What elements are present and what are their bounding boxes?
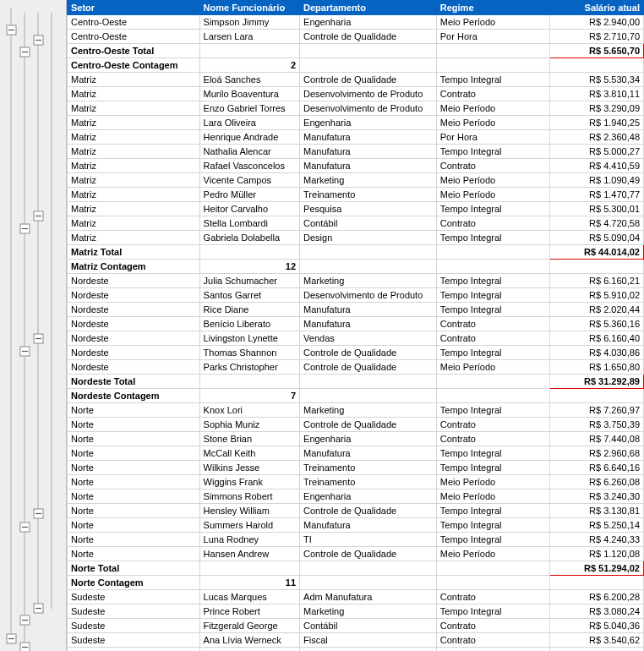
cell-dept[interactable]: Contábil — [300, 619, 437, 633]
cell-dept[interactable]: Controle de Qualidade — [300, 73, 437, 87]
cell-nome[interactable]: 7 — [199, 389, 299, 403]
cell-sal[interactable]: R$ 6.200,28 — [549, 590, 643, 604]
table-row[interactable]: Centro-Oeste TotalR$ 5.650,70 — [68, 44, 644, 58]
cell-dept[interactable]: Engenharia — [300, 116, 437, 130]
cell-setor[interactable]: Centro-Oeste Total — [68, 44, 200, 58]
cell-nome[interactable]: Santos Garret — [199, 288, 299, 303]
table-row[interactable]: NorteSummers HaroldManufaturaTempo Integ… — [68, 518, 644, 533]
table-row[interactable]: Matriz Contagem12 — [68, 260, 644, 274]
cell-sal[interactable] — [549, 576, 643, 590]
cell-reg[interactable]: Tempo Integral — [436, 231, 549, 245]
cell-nome[interactable]: Pedro Müller — [199, 188, 299, 202]
cell-dept[interactable] — [300, 58, 437, 73]
table-row[interactable]: MatrizPedro MüllerTreinamentoMeio Períod… — [68, 188, 644, 202]
cell-setor[interactable]: Norte — [68, 518, 200, 533]
cell-reg[interactable]: Contrato — [436, 590, 549, 604]
cell-dept[interactable]: Manufatura — [300, 145, 437, 159]
cell-setor[interactable]: Nordeste — [68, 303, 200, 317]
cell-nome[interactable]: Sophia Muniz — [199, 418, 299, 432]
cell-setor[interactable]: Sudeste — [68, 619, 200, 633]
cell-sal[interactable]: R$ 3.810,11 — [549, 87, 643, 101]
table-row[interactable]: SudesteStefany SilverstoneTITempo Integr… — [68, 648, 644, 652]
table-row[interactable]: MatrizLara OliveiraEngenhariaMeio Períod… — [68, 116, 644, 130]
cell-reg[interactable]: Tempo Integral — [436, 518, 549, 533]
cell-sal[interactable]: R$ 2.710,70 — [549, 30, 643, 44]
cell-nome[interactable]: Rice Diane — [199, 303, 299, 317]
cell-reg[interactable]: Contrato — [436, 331, 549, 346]
cell-reg[interactable]: Contrato — [436, 317, 549, 331]
cell-sal[interactable]: R$ 3.590,40 — [549, 648, 643, 652]
cell-reg[interactable]: Tempo Integral — [436, 73, 549, 87]
cell-sal[interactable]: R$ 3.290,09 — [549, 101, 643, 116]
cell-setor[interactable]: Centro-Oeste Contagem — [68, 58, 200, 73]
cell-nome[interactable]: Simpson Jimmy — [199, 15, 299, 30]
cell-nome[interactable]: Eloá Sanches — [199, 73, 299, 87]
table-row[interactable]: Centro-OesteSimpson JimmyEngenhariaMeio … — [68, 15, 644, 30]
cell-reg[interactable]: Contrato — [436, 619, 549, 633]
cell-setor[interactable]: Matriz — [68, 216, 200, 231]
cell-reg[interactable]: Meio Período — [436, 490, 549, 504]
cell-dept[interactable] — [300, 576, 437, 590]
cell-reg[interactable]: Tempo Integral — [436, 202, 549, 216]
cell-nome[interactable]: Summers Harold — [199, 518, 299, 533]
table-row[interactable]: Matriz TotalR$ 44.014,02 — [68, 245, 644, 260]
cell-nome[interactable]: Stone Brian — [199, 432, 299, 446]
cell-reg[interactable]: Contrato — [436, 87, 549, 101]
cell-reg[interactable]: Meio Período — [436, 188, 549, 202]
cell-nome[interactable]: Enzo Gabriel Torres — [199, 101, 299, 116]
cell-dept[interactable] — [300, 260, 437, 274]
col-setor[interactable]: Setor — [68, 1, 200, 15]
cell-sal[interactable]: R$ 4.410,59 — [549, 159, 643, 173]
table-row[interactable]: SudesteAna Lívia WerneckFiscalContratoR$… — [68, 633, 644, 648]
cell-dept[interactable]: Treinamento — [300, 188, 437, 202]
cell-setor[interactable]: Nordeste — [68, 346, 200, 360]
cell-sal[interactable]: R$ 5.650,70 — [549, 44, 643, 58]
cell-sal[interactable]: R$ 1.470,77 — [549, 188, 643, 202]
cell-dept[interactable] — [300, 375, 437, 389]
cell-nome[interactable]: Ana Lívia Werneck — [199, 633, 299, 648]
cell-reg[interactable]: Tempo Integral — [436, 533, 549, 547]
cell-nome[interactable]: Vicente Campos — [199, 173, 299, 188]
cell-sal[interactable]: R$ 2.960,68 — [549, 446, 643, 461]
cell-nome[interactable]: Nathalia Alencar — [199, 145, 299, 159]
cell-reg[interactable]: Tempo Integral — [436, 648, 549, 652]
cell-dept[interactable]: Engenharia — [300, 432, 437, 446]
cell-dept[interactable]: Fiscal — [300, 633, 437, 648]
cell-setor[interactable]: Centro-Oeste — [68, 30, 200, 44]
cell-reg[interactable] — [436, 375, 549, 389]
cell-setor[interactable]: Matriz Total — [68, 245, 200, 260]
cell-reg[interactable]: Tempo Integral — [436, 346, 549, 360]
cell-nome[interactable]: Murilo Boaventura — [199, 87, 299, 101]
cell-setor[interactable]: Nordeste Total — [68, 375, 200, 389]
cell-nome[interactable]: Luna Rodney — [199, 533, 299, 547]
cell-reg[interactable]: Contrato — [436, 216, 549, 231]
cell-dept[interactable]: Manufatura — [300, 518, 437, 533]
cell-setor[interactable]: Norte — [68, 490, 200, 504]
cell-dept[interactable]: Manufatura — [300, 317, 437, 331]
cell-dept[interactable] — [300, 561, 437, 576]
cell-nome[interactable]: Thomas Shannon — [199, 346, 299, 360]
cell-sal[interactable]: R$ 5.000,27 — [549, 145, 643, 159]
cell-reg[interactable]: Meio Período — [436, 101, 549, 116]
cell-nome[interactable]: Simmons Robert — [199, 490, 299, 504]
cell-reg[interactable]: Tempo Integral — [436, 303, 549, 317]
cell-dept[interactable]: Manufatura — [300, 130, 437, 145]
table-row[interactable]: NorteMcCall KeithManufaturaTempo Integra… — [68, 446, 644, 461]
table-row[interactable]: NorteHansen AndrewControle de QualidadeM… — [68, 547, 644, 561]
table-row[interactable]: NordesteBenício LiberatoManufaturaContra… — [68, 317, 644, 331]
cell-setor[interactable]: Matriz — [68, 188, 200, 202]
cell-setor[interactable]: Norte — [68, 533, 200, 547]
table-row[interactable]: Nordeste Contagem7 — [68, 389, 644, 403]
col-reg[interactable]: Regime — [436, 1, 549, 15]
table-row[interactable]: Centro-OesteLarsen LaraControle de Quali… — [68, 30, 644, 44]
cell-setor[interactable]: Matriz — [68, 202, 200, 216]
cell-nome[interactable] — [199, 375, 299, 389]
cell-sal[interactable] — [549, 58, 643, 73]
cell-reg[interactable]: Tempo Integral — [436, 461, 549, 475]
cell-nome[interactable]: McCall Keith — [199, 446, 299, 461]
cell-dept[interactable]: Manufatura — [300, 303, 437, 317]
cell-setor[interactable]: Sudeste — [68, 633, 200, 648]
cell-dept[interactable] — [300, 44, 437, 58]
cell-reg[interactable]: Contrato — [436, 418, 549, 432]
cell-setor[interactable]: Nordeste — [68, 360, 200, 375]
